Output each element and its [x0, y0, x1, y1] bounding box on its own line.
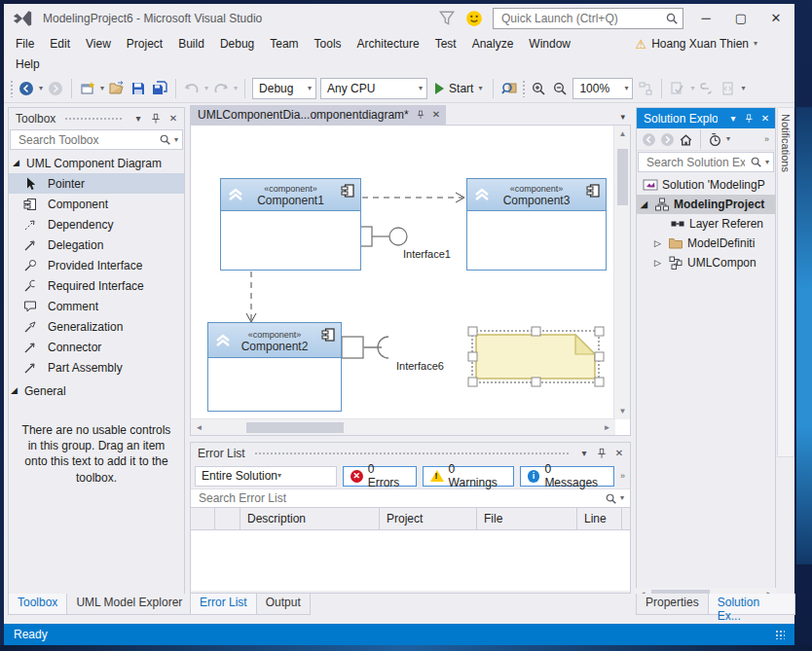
vertical-scrollbar[interactable]: ▲ ▼ [613, 126, 630, 419]
solution-search-box[interactable]: ▾ [638, 152, 774, 172]
tree-node-layer-references[interactable]: Layer Referen [637, 214, 775, 234]
undo-caret-icon[interactable]: ▾ [204, 85, 208, 92]
pin-icon[interactable] [150, 113, 162, 125]
toolbox-search-box[interactable]: ▾ [10, 129, 183, 150]
link-work-item-button[interactable] [698, 80, 716, 97]
column-line[interactable]: Line [577, 508, 622, 529]
save-button[interactable] [129, 80, 147, 97]
pending-changes-filter-button[interactable] [708, 132, 722, 147]
notifications-tab[interactable]: Notifications [777, 107, 794, 457]
menu-architecture[interactable]: Architecture [350, 35, 427, 53]
close-icon[interactable]: ✕ [166, 114, 180, 124]
solution-configuration-combo[interactable]: Debug ▾ [252, 78, 316, 99]
scroll-up-arrow[interactable]: ▲ [614, 126, 631, 142]
menu-tools[interactable]: Tools [307, 35, 350, 53]
menu-build[interactable]: Build [170, 35, 212, 53]
tab-toolbox[interactable]: Toolbox [8, 594, 67, 615]
menu-help[interactable]: Help [8, 55, 48, 73]
comment-node[interactable] [468, 327, 604, 386]
toolbar-overflow-icon[interactable]: ▾ [741, 85, 745, 92]
tab-output[interactable]: Output [256, 594, 311, 615]
error-list-search-input[interactable] [197, 490, 602, 506]
back-button[interactable] [642, 132, 656, 147]
diagram-canvas[interactable]: «component» Component1 [191, 126, 615, 419]
tree-node-modeling-project[interactable]: ◢ ModelingProject [637, 195, 775, 214]
horizontal-scrollbar[interactable]: ◄ ► [191, 418, 615, 435]
toolbar-grip[interactable] [10, 80, 14, 97]
generate-code-button[interactable] [720, 80, 737, 97]
collapse-chevron-icon[interactable] [227, 187, 244, 202]
warnings-filter-button[interactable]: 0 Warnings [423, 466, 514, 487]
menu-debug[interactable]: Debug [212, 35, 262, 53]
tree-node-solution[interactable]: Solution 'ModelingP [637, 175, 775, 195]
home-button[interactable] [679, 132, 693, 147]
menu-view[interactable]: View [78, 35, 119, 53]
tab-solution-explorer[interactable]: Solution Ex... [708, 594, 795, 615]
scroll-down-arrow[interactable]: ▼ [614, 403, 631, 419]
menu-team[interactable]: Team [262, 35, 306, 53]
menu-edit[interactable]: Edit [42, 35, 78, 53]
toolbox-item-required-interface[interactable]: Required Interface [9, 275, 184, 296]
menu-analyze[interactable]: Analyze [464, 35, 522, 53]
toolbox-item-part-assembly[interactable]: Part Assembly [9, 357, 184, 378]
maximize-button[interactable]: ▢ [728, 6, 754, 31]
toolbox-item-generalization[interactable]: Generalization [9, 316, 184, 337]
new-project-button[interactable] [79, 80, 96, 97]
menu-project[interactable]: Project [119, 35, 170, 53]
toolbox-item-pointer[interactable]: Pointer [9, 173, 184, 194]
forward-button[interactable] [660, 132, 675, 147]
interface6-label[interactable]: Interface6 [396, 360, 444, 372]
account-menu[interactable]: ⚠ Hoang Xuan Thien ▾ [635, 37, 757, 52]
close-icon[interactable]: ✕ [612, 449, 626, 458]
validate-button[interactable] [669, 80, 686, 97]
pin-icon[interactable] [416, 110, 425, 120]
tab-uml-component-diagram[interactable]: UMLComponentDia...omponentdiagram* ✕ [190, 105, 446, 125]
navigate-forward-button[interactable] [47, 80, 64, 97]
interface1-label[interactable]: Interface1 [403, 248, 451, 260]
resize-grip[interactable] [775, 630, 785, 639]
fit-diagram-button[interactable] [637, 80, 654, 97]
toolbox-group-general[interactable]: ◢ General [9, 380, 184, 401]
toolbox-item-comment[interactable]: Comment [9, 296, 184, 316]
tree-node-uml-component-diagram[interactable]: ▷ UMLCompon [637, 253, 775, 272]
tab-error-list[interactable]: Error List [190, 594, 257, 615]
error-scope-combo[interactable]: Entire Solution ▾ [195, 466, 337, 487]
navigate-back-caret-icon[interactable]: ▾ [39, 85, 43, 92]
dependency-arrow-c1-c2[interactable] [246, 271, 256, 322]
validate-caret-icon[interactable]: ▾ [690, 85, 694, 92]
open-file-button[interactable] [108, 80, 126, 97]
redo-button[interactable] [212, 80, 230, 97]
messages-filter-button[interactable]: i 0 Messages [520, 466, 614, 487]
feedback-smiley-icon[interactable] [465, 10, 483, 27]
close-icon[interactable]: ✕ [759, 114, 771, 124]
window-position-icon[interactable]: ▾ [727, 114, 739, 124]
close-button[interactable]: ✕ [763, 6, 789, 31]
horizontal-scroll-thumb[interactable] [246, 422, 344, 433]
toolbox-search-input[interactable] [17, 132, 156, 148]
tree-node-model-definition[interactable]: ▷ ModelDefiniti [637, 234, 775, 253]
solution-platform-combo[interactable]: Any CPU ▾ [320, 78, 427, 99]
column-icon[interactable] [191, 508, 215, 529]
toolbar-overflow-icon[interactable]: » [620, 471, 626, 481]
scroll-right-arrow[interactable]: ► [599, 419, 615, 436]
minimize-button[interactable]: ─ [693, 6, 719, 31]
navigate-back-button[interactable] [18, 80, 35, 97]
solution-explorer-title-bar[interactable]: Solution Explo... ▾ ✕ [637, 108, 775, 128]
vertical-scroll-thumb[interactable] [617, 149, 628, 205]
tab-list-chevron-icon[interactable]: ▾ [620, 112, 631, 125]
toolbox-item-dependency[interactable]: Dependency [9, 214, 184, 235]
scroll-left-arrow[interactable]: ◄ [191, 419, 207, 436]
pin-icon[interactable] [744, 113, 755, 125]
menu-file[interactable]: File [8, 35, 42, 53]
error-list-title-bar[interactable]: Error List ▾ ✕ [191, 443, 630, 463]
chevron-down-icon[interactable]: ▾ [726, 135, 730, 143]
collapse-chevron-icon[interactable] [473, 187, 491, 202]
toolbox-title-bar[interactable]: Toolbox ▾ ✕ [9, 108, 184, 128]
uml-component1-shape[interactable]: «component» Component1 [220, 178, 361, 271]
column-severity[interactable] [215, 508, 240, 529]
column-description[interactable]: Description [240, 508, 380, 529]
collapse-chevron-icon[interactable] [214, 333, 232, 348]
menu-test[interactable]: Test [427, 35, 464, 53]
zoom-level-combo[interactable]: 100% ▾ [572, 78, 633, 99]
tab-uml-model-explorer[interactable]: UML Model Explorer [66, 594, 192, 615]
